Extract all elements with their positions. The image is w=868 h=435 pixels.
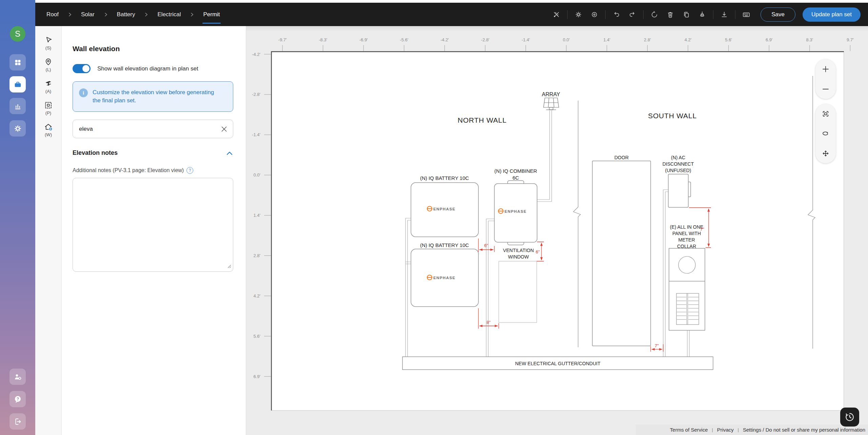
top-navbar: Roof Solar Battery Electrical Permit — [35, 3, 868, 26]
toolbar-divider — [735, 10, 735, 19]
ruler-tick-label: 0.0' — [253, 172, 260, 178]
breadcrumb-roof[interactable]: Roof — [46, 11, 59, 18]
reset-rotate-button[interactable] — [649, 9, 659, 20]
ruler-tick-label: 4.2' — [685, 37, 692, 42]
update-plan-set-button[interactable]: Update plan set — [803, 7, 861, 22]
sidebar-item-help[interactable]: ? — [9, 391, 26, 407]
pan-view-icon — [822, 149, 830, 158]
undo-button[interactable] — [611, 9, 622, 20]
svg-text:7": 7" — [700, 227, 704, 232]
svg-text:DISCONNECT: DISCONNECT — [663, 161, 694, 167]
sidebar-item-logout[interactable] — [9, 413, 26, 430]
version-history-button[interactable] — [840, 408, 859, 427]
show-diagram-label: Show wall elevation diagram in plan set — [97, 65, 198, 72]
toolbar-divider — [605, 10, 606, 19]
zoom-in-button[interactable] — [818, 62, 833, 77]
south-wall-title: SOUTH WALL — [648, 112, 697, 120]
history-clock-icon — [845, 412, 855, 422]
ruler-tick-label: -4.2' — [252, 52, 260, 57]
page-title: Wall elevation — [73, 45, 233, 53]
terms-link[interactable]: Terms of Service — [670, 427, 708, 433]
trash-button[interactable] — [665, 9, 675, 20]
tool-panel-region[interactable]: (P) — [44, 101, 53, 116]
tool-label: (L) — [46, 67, 51, 72]
rotate-view-button[interactable] — [818, 126, 833, 141]
ruler-tick-label: -1.4' — [521, 37, 530, 42]
sidebar-item-account-settings[interactable] — [9, 369, 26, 385]
sidebar-item-settings[interactable] — [9, 120, 26, 137]
visibility-target-button[interactable] — [589, 9, 599, 20]
tool-label: (S) — [45, 45, 51, 50]
sidebar-item-projects[interactable] — [9, 76, 26, 92]
privacy-settings-link[interactable]: Settings / Do not sell or share my perso… — [743, 427, 865, 433]
breadcrumb: Roof Solar Battery Electrical Permit — [46, 11, 220, 18]
minus-icon — [822, 85, 830, 93]
undo-icon — [613, 11, 620, 18]
svg-text:7": 7" — [655, 343, 659, 348]
tool-select[interactable]: (S) — [44, 36, 53, 50]
design-tools-icon — [553, 11, 560, 18]
sidebar-item-analytics[interactable] — [9, 98, 26, 114]
gear-icon — [13, 124, 22, 133]
redo-icon — [629, 11, 636, 18]
breadcrumb-solar[interactable]: Solar — [81, 11, 95, 18]
pan-view-button[interactable] — [818, 146, 833, 161]
broom-clean-button[interactable] — [697, 9, 707, 20]
chevron-right-icon — [144, 12, 148, 17]
select-cursor-icon — [44, 36, 53, 45]
tool-attachment[interactable]: (A) — [44, 79, 53, 94]
additional-notes-textarea[interactable] — [73, 178, 233, 272]
avatar[interactable]: S — [10, 26, 25, 42]
section-title: Elevation notes — [73, 149, 118, 157]
svg-text:(UNFUSED): (UNFUSED) — [665, 168, 691, 173]
keyboard-shortcuts-icon — [742, 11, 750, 18]
privacy-link[interactable]: Privacy — [717, 427, 734, 433]
download-button[interactable] — [719, 9, 729, 20]
design-tools-button[interactable] — [551, 9, 561, 20]
sidebar-item-dashboard[interactable] — [9, 54, 26, 70]
svg-text:COLLAR: COLLAR — [677, 244, 696, 249]
chevron-right-icon — [104, 12, 108, 17]
wall-elevation-drawing[interactable]: -9.7'-8.3'-6.9'-5.6'-4.2'-2.8'-1.4'0.0'1… — [246, 26, 868, 435]
account-settings-icon — [13, 372, 22, 381]
rotate-view-icon — [822, 129, 830, 138]
legal-footer: Terms of Service | Privacy | Settings / … — [636, 424, 868, 435]
svg-text:ENPHASE: ENPHASE — [433, 276, 455, 280]
clear-search-button[interactable] — [219, 124, 229, 134]
save-button[interactable]: Save — [761, 7, 795, 22]
svg-text:WINDOW: WINDOW — [508, 254, 529, 260]
keyboard-shortcuts-button[interactable] — [741, 9, 751, 20]
ruler-tick-label: -6.9' — [359, 37, 368, 42]
zoom-controls — [815, 59, 836, 99]
redo-button[interactable] — [627, 9, 637, 20]
info-callout: i Customize the elevation view before ge… — [73, 81, 233, 112]
array-label: ARRAY — [542, 91, 560, 97]
settings-gear-button[interactable] — [573, 9, 584, 20]
tool-location[interactable]: (L) — [44, 57, 53, 72]
additional-notes-row: Additional notes (PV-3.1 page: Elevation… — [73, 167, 233, 174]
svg-text:6C: 6C — [512, 175, 519, 181]
analytics-chart-icon — [13, 102, 22, 111]
svg-text:ENPHASE: ENPHASE — [505, 209, 527, 213]
svg-text:METER: METER — [678, 237, 695, 243]
search-input[interactable] — [73, 120, 233, 138]
tool-label: (W) — [45, 132, 52, 137]
duplicate-button[interactable] — [681, 9, 691, 20]
show-diagram-toggle[interactable] — [73, 64, 91, 73]
app-sidebar: S — [0, 0, 35, 435]
tool-add-wall[interactable]: (W) — [44, 122, 53, 137]
fit-view-icon — [822, 110, 830, 118]
door-rect — [592, 161, 651, 346]
breadcrumb-electrical[interactable]: Electrical — [157, 11, 181, 18]
breadcrumb-battery[interactable]: Battery — [117, 11, 135, 18]
svg-text:?: ? — [16, 396, 19, 401]
zoom-out-button[interactable] — [818, 82, 833, 97]
breadcrumb-permit[interactable]: Permit — [203, 11, 220, 18]
plan-canvas-area: -9.7'-8.3'-6.9'-5.6'-4.2'-2.8'-1.4'0.0'1… — [246, 26, 868, 435]
help-circle-icon[interactable]: ? — [186, 167, 193, 174]
elevation-notes-header[interactable]: Elevation notes — [73, 149, 233, 157]
additional-notes-label: Additional notes (PV-3.1 page: Elevation… — [73, 167, 184, 173]
info-callout-text: Customize the elevation view before gene… — [93, 88, 219, 105]
ruler-tick-label: 1.4' — [253, 213, 260, 218]
fit-view-button[interactable] — [818, 106, 833, 121]
